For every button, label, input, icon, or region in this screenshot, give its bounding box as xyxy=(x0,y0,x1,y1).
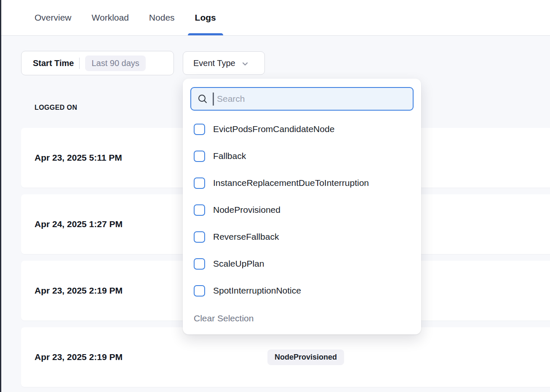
option-label: Fallback xyxy=(213,151,246,161)
tab-workload[interactable]: Workload xyxy=(92,0,129,35)
start-time-label: Start Time xyxy=(33,58,74,68)
search-icon xyxy=(197,93,208,104)
chevron-down-icon xyxy=(241,60,249,68)
event-type-badge: NodeProvisioned xyxy=(267,350,344,365)
checkbox[interactable] xyxy=(194,151,205,162)
option-label: NodeProvisioned xyxy=(213,205,280,215)
logged-on-cell: Apr 23, 2025 2:19 PM xyxy=(35,286,123,296)
logged-on-cell: Apr 24, 2025 1:27 PM xyxy=(35,219,123,229)
event-type-options-list: EvictPodsFromCandidateNode Fallback Inst… xyxy=(190,116,414,304)
logged-on-cell: Apr 23, 2025 2:19 PM xyxy=(35,352,123,362)
sidebar-edge xyxy=(0,0,1,392)
event-type-filter-button[interactable]: Event Type xyxy=(183,51,265,75)
checkbox[interactable] xyxy=(194,177,205,189)
option-label: SpotInterruptionNotice xyxy=(213,286,301,296)
checkbox[interactable] xyxy=(194,204,205,216)
tab-overview-label: Overview xyxy=(35,13,72,23)
event-type-option[interactable]: NodeProvisioned xyxy=(190,196,414,223)
event-type-option[interactable]: InstanceReplacementDueToInterruption xyxy=(190,170,414,196)
checkbox[interactable] xyxy=(194,285,205,297)
active-tab-indicator xyxy=(188,33,223,35)
start-time-value-pill: Last 90 days xyxy=(85,56,145,71)
tab-logs-label: Logs xyxy=(195,13,216,23)
event-type-dropdown: EvictPodsFromCandidateNode Fallback Inst… xyxy=(183,79,421,334)
tab-overview[interactable]: Overview xyxy=(35,0,72,35)
logs-page: Overview Workload Nodes Logs Start Time … xyxy=(0,0,550,392)
tab-bar: Overview Workload Nodes Logs xyxy=(0,0,550,36)
start-time-filter-button[interactable]: Start Time Last 90 days xyxy=(21,51,174,75)
checkbox[interactable] xyxy=(194,231,205,243)
checkbox[interactable] xyxy=(194,124,205,135)
tab-nodes[interactable]: Nodes xyxy=(149,0,175,35)
event-type-option[interactable]: ScaleUpPlan xyxy=(190,250,414,277)
event-type-option[interactable]: EvictPodsFromCandidateNode xyxy=(190,116,414,143)
option-label: ScaleUpPlan xyxy=(213,259,264,269)
tab-workload-label: Workload xyxy=(92,13,129,23)
logged-on-cell: Apr 23, 2025 5:11 PM xyxy=(35,153,122,163)
clear-selection-button[interactable]: Clear Selection xyxy=(190,313,254,323)
table-row[interactable]: Apr 23, 2025 2:19 PM NodeProvisioned xyxy=(21,327,550,387)
option-label: ReverseFallback xyxy=(213,232,279,242)
tab-nodes-label: Nodes xyxy=(149,13,175,23)
text-cursor xyxy=(213,93,214,106)
event-type-option[interactable]: ReverseFallback xyxy=(190,223,414,250)
option-label: EvictPodsFromCandidateNode xyxy=(213,124,334,134)
event-type-label: Event Type xyxy=(193,58,235,68)
checkbox[interactable] xyxy=(194,258,205,270)
dropdown-search-box[interactable] xyxy=(190,87,414,111)
option-label: InstanceReplacementDueToInterruption xyxy=(213,178,369,188)
logged-on-column-header: LOGGED ON xyxy=(35,104,77,111)
filter-divider xyxy=(79,58,80,69)
event-type-option[interactable]: Fallback xyxy=(190,143,414,170)
tab-logs[interactable]: Logs xyxy=(195,0,216,35)
event-type-option[interactable]: SpotInterruptionNotice xyxy=(190,277,414,304)
search-input[interactable] xyxy=(217,94,407,104)
